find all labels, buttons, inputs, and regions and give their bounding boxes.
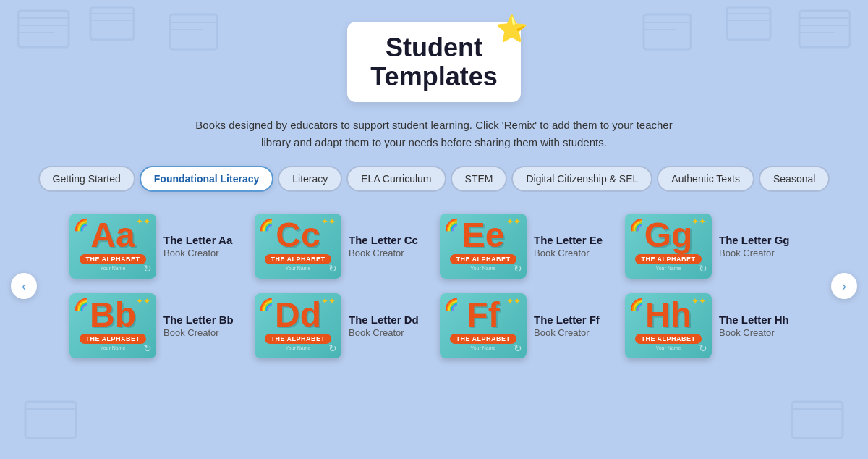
- book-item-dd[interactable]: 🌈 ✦✦ Dd The Alphabet Your Name ↻ The Let…: [255, 293, 428, 358]
- book-item-ee[interactable]: 🌈 ✦✦ Ee The Alphabet Your Name ↻ The Let…: [440, 214, 613, 279]
- spiral-icon: ↻: [699, 263, 707, 274]
- stars-icon: ✦✦: [321, 216, 336, 227]
- alphabet-label: The Alphabet: [265, 334, 331, 344]
- alphabet-label: The Alphabet: [265, 254, 331, 264]
- book-title-dd: The Letter Dd: [349, 313, 419, 326]
- book-subtitle-hh: Book Creator: [719, 327, 789, 338]
- spiral-icon: ↻: [143, 263, 152, 274]
- spiral-icon: ↻: [143, 342, 152, 354]
- your-name-label: Your Name: [286, 266, 311, 271]
- book-letter: Cc: [276, 218, 320, 253]
- alphabet-label: The Alphabet: [450, 254, 516, 264]
- your-name-label: Your Name: [286, 345, 311, 350]
- book-title-bb: The Letter Bb: [163, 313, 234, 326]
- spiral-icon: ↻: [328, 263, 337, 274]
- your-name-label: Your Name: [101, 345, 126, 350]
- book-title-aa: The Letter Aa: [163, 234, 232, 246]
- stars-icon: ✦✦: [136, 216, 150, 227]
- book-item-gg[interactable]: 🌈 ✦✦ Gg The Alphabet Your Name ↻ The Let…: [625, 214, 799, 279]
- book-letter: Gg: [644, 218, 693, 253]
- tab-ela-curriculum[interactable]: ELA Curriculum: [346, 166, 446, 192]
- description-text: Books designed by educators to support s…: [195, 117, 673, 151]
- stars-icon: ✦✦: [321, 296, 336, 306]
- book-letter: Hh: [645, 298, 692, 332]
- books-grid: 🌈 ✦✦ Aa The Alphabet Your Name ↻ The Let…: [36, 214, 832, 358]
- book-title-hh: The Letter Hh: [719, 313, 789, 326]
- rainbow-icon: 🌈: [444, 298, 459, 311]
- book-subtitle-gg: Book Creator: [719, 248, 790, 258]
- book-info-aa: The Letter Aa Book Creator: [163, 234, 232, 258]
- books-row-1: 🌈 ✦✦ Bb The Alphabet Your Name ↻ The Let…: [36, 293, 832, 358]
- book-letter: Bb: [90, 298, 136, 332]
- svg-rect-20: [25, 402, 76, 438]
- spiral-icon: ↻: [328, 342, 337, 354]
- book-letter: Aa: [90, 218, 135, 253]
- book-info-cc: The Letter Cc Book Creator: [349, 234, 418, 258]
- books-row-0: 🌈 ✦✦ Aa The Alphabet Your Name ↻ The Let…: [36, 214, 832, 279]
- book-info-ee: The Letter Ee Book Creator: [534, 234, 603, 258]
- rainbow-icon: 🌈: [74, 298, 88, 311]
- book-item-ff[interactable]: 🌈 ✦✦ Ff The Alphabet Your Name ↻ The Let…: [440, 293, 613, 358]
- title-badge: Student Templates ⭐: [347, 22, 520, 102]
- alphabet-label: The Alphabet: [450, 334, 516, 344]
- rainbow-icon: 🌈: [629, 218, 644, 232]
- rainbow-icon: 🌈: [74, 218, 88, 232]
- book-letter: Ee: [462, 218, 505, 253]
- tab-foundational-literacy[interactable]: Foundational Literacy: [140, 166, 273, 192]
- spiral-icon: ↻: [699, 342, 707, 354]
- alphabet-label: The Alphabet: [635, 334, 701, 344]
- rainbow-icon: 🌈: [259, 218, 273, 232]
- tab-authentic-texts[interactable]: Authentic Texts: [657, 166, 754, 192]
- book-info-gg: The Letter Gg Book Creator: [719, 234, 790, 258]
- filter-tabs: Getting StartedFoundational LiteracyLite…: [38, 166, 830, 192]
- rainbow-icon: 🌈: [629, 298, 644, 311]
- tab-stem[interactable]: STEM: [451, 166, 508, 192]
- tab-getting-started[interactable]: Getting Started: [38, 166, 135, 192]
- your-name-label: Your Name: [656, 266, 681, 271]
- next-arrow[interactable]: ›: [831, 273, 857, 299]
- book-letter: Dd: [275, 298, 321, 332]
- tab-digital-citizenship[interactable]: Digital Citizenship & SEL: [511, 166, 652, 192]
- book-subtitle-ff: Book Creator: [534, 327, 600, 338]
- right-arrow-icon: ›: [842, 279, 846, 294]
- stars-icon: ✦✦: [506, 296, 521, 306]
- stars-icon: ✦✦: [692, 296, 706, 306]
- spiral-icon: ↻: [514, 263, 522, 274]
- your-name-label: Your Name: [471, 345, 496, 350]
- alphabet-label: The Alphabet: [80, 254, 145, 264]
- book-info-hh: The Letter Hh Book Creator: [719, 313, 789, 338]
- book-item-hh[interactable]: 🌈 ✦✦ Hh The Alphabet Your Name ↻ The Let…: [625, 293, 799, 358]
- tab-seasonal[interactable]: Seasonal: [759, 166, 830, 192]
- book-info-dd: The Letter Dd Book Creator: [349, 313, 419, 338]
- rainbow-icon: 🌈: [444, 218, 459, 232]
- spiral-icon: ↻: [514, 342, 522, 354]
- book-title-ee: The Letter Ee: [534, 234, 603, 246]
- book-item-aa[interactable]: 🌈 ✦✦ Aa The Alphabet Your Name ↻ The Let…: [69, 214, 243, 279]
- your-name-label: Your Name: [101, 266, 126, 271]
- your-name-label: Your Name: [471, 266, 496, 271]
- book-subtitle-cc: Book Creator: [349, 248, 418, 258]
- svg-rect-22: [792, 402, 843, 438]
- book-item-bb[interactable]: 🌈 ✦✦ Bb The Alphabet Your Name ↻ The Let…: [69, 293, 243, 358]
- stars-icon: ✦✦: [136, 296, 150, 306]
- book-info-bb: The Letter Bb Book Creator: [163, 313, 234, 338]
- book-item-cc[interactable]: 🌈 ✦✦ Cc The Alphabet Your Name ↻ The Let…: [255, 214, 428, 279]
- left-arrow-icon: ‹: [22, 279, 26, 294]
- book-info-ff: The Letter Ff Book Creator: [534, 313, 600, 338]
- book-subtitle-dd: Book Creator: [349, 327, 419, 338]
- book-subtitle-bb: Book Creator: [163, 327, 234, 338]
- star-decoration: ⭐: [495, 14, 528, 43]
- alphabet-label: The Alphabet: [80, 334, 145, 344]
- book-title-gg: The Letter Gg: [719, 234, 790, 246]
- books-area: ‹ 🌈 ✦✦ Aa The Alphabet Your Name ↻ The L…: [14, 214, 854, 358]
- book-title-cc: The Letter Cc: [349, 234, 418, 246]
- rainbow-icon: 🌈: [259, 298, 273, 311]
- title-line1: Student: [370, 33, 497, 62]
- prev-arrow[interactable]: ‹: [11, 273, 37, 299]
- book-title-ff: The Letter Ff: [534, 313, 600, 326]
- book-subtitle-ee: Book Creator: [534, 248, 603, 258]
- stars-icon: ✦✦: [506, 216, 521, 227]
- alphabet-label: The Alphabet: [635, 254, 701, 264]
- book-subtitle-aa: Book Creator: [163, 248, 232, 258]
- tab-literacy[interactable]: Literacy: [278, 166, 342, 192]
